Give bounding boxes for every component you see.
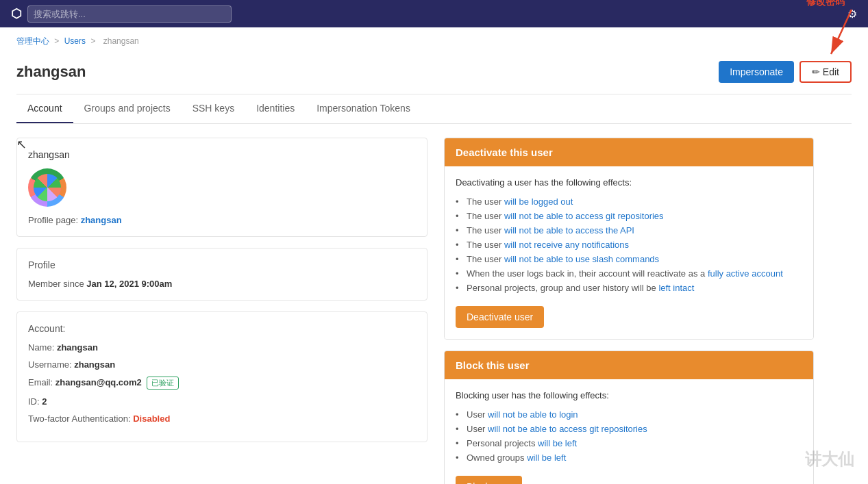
block-user-button[interactable]: Block user — [456, 476, 522, 484]
list-item: Personal projects, group and user histor… — [456, 281, 802, 295]
field-id: ID: 2 — [28, 396, 416, 407]
field-tfa: Two-factor Authentication: Disabled — [28, 413, 416, 424]
list-item: The user will be logged out — [456, 194, 802, 209]
impersonate-button[interactable]: Impersonate — [719, 61, 794, 83]
breadcrumb-current: zhangsan — [103, 36, 139, 46]
breadcrumb-sep1: > — [54, 36, 59, 46]
member-since-label: Member since — [28, 279, 84, 289]
highlight: left intact — [658, 283, 694, 293]
block-panel-header: Block this user — [445, 351, 813, 379]
main-content: zhangsan Profile page: zhangsan Profile … — [16, 124, 852, 484]
highlight: will not be able to access git repositor… — [488, 424, 647, 434]
global-search-input[interactable] — [27, 5, 232, 23]
tfa-label: Two-factor Authentication: — [28, 413, 131, 424]
highlight: will not be able to access git repositor… — [504, 211, 664, 221]
breadcrumb: 管理中心 > Users > zhangsan — [16, 27, 852, 53]
profile-card: Profile Member since Jan 12, 2021 9:00am — [16, 248, 427, 301]
page-wrapper: 管理中心 > Users > zhangsan zhangsan Imperso… — [0, 27, 868, 484]
field-username: Username: zhangsan — [28, 359, 416, 370]
member-since: Member since Jan 12, 2021 9:00am — [28, 279, 416, 289]
id-value: 2 — [42, 396, 47, 407]
top-navigation: ⬡ ⚙ — [0, 0, 868, 27]
highlight: will be logged out — [504, 196, 573, 207]
profile-section-title: Profile — [28, 259, 416, 270]
tfa-value: Disabled — [133, 413, 170, 424]
breadcrumb-users[interactable]: Users — [64, 36, 86, 46]
username-label: Username: — [28, 359, 72, 370]
nav-right: ⚙ — [847, 8, 857, 21]
username-card: zhangsan Profile page: zhangsan — [16, 138, 427, 237]
site-logo: ⬡ — [11, 6, 22, 21]
account-section-title: Account: — [28, 323, 416, 334]
list-item: Personal projects will be left — [456, 436, 802, 450]
deactivate-effects-list: The user will be logged out The user wil… — [456, 194, 802, 295]
deactivate-user-button[interactable]: Deactivate user — [456, 306, 544, 328]
tab-ssh[interactable]: SSH keys — [182, 94, 245, 123]
deactivate-panel: Deactivate this user Deactivating a user… — [444, 138, 814, 340]
account-card: Account: Name: zhangsan Username: zhangs… — [16, 311, 427, 442]
highlight: will be left — [538, 438, 577, 448]
header-actions: Impersonate ✏ Edit 修改密码 — [719, 61, 852, 83]
profile-text-label: Profile page: — [28, 215, 78, 225]
deactivate-panel-body: Deactivating a user has the following ef… — [445, 166, 813, 339]
email-label: Email: — [28, 377, 53, 387]
list-item: The user will not be able to access git … — [456, 209, 802, 223]
tab-account[interactable]: Account — [16, 94, 73, 123]
breadcrumb-admin[interactable]: 管理中心 — [16, 36, 49, 46]
list-item: User will not be able to access git repo… — [456, 422, 802, 436]
field-email: Email: zhangsan@qq.com2 已验证 — [28, 377, 416, 390]
right-column: Deactivate this user Deactivating a user… — [444, 138, 814, 484]
highlight: will not be able to use slash commands — [504, 254, 659, 264]
highlight: will not receive any notifications — [504, 240, 629, 250]
list-item: User will not be able to login — [456, 407, 802, 422]
avatar — [28, 168, 66, 207]
block-effects-list: User will not be able to login User will… — [456, 407, 802, 465]
highlight: will be left — [527, 453, 566, 463]
username-value: zhangsan — [74, 359, 115, 370]
nav-icon-right: ⚙ — [847, 8, 857, 21]
left-column: zhangsan Profile page: zhangsan Profile … — [16, 138, 427, 484]
annotation-text: 修改密码 — [806, 0, 845, 8]
list-item: Owned groups will be left — [456, 450, 802, 465]
list-item: When the user logs back in, their accoun… — [456, 266, 802, 281]
edit-wrapper: ✏ Edit 修改密码 — [799, 61, 852, 83]
email-verified-badge: 已验证 — [147, 377, 179, 390]
block-panel-body: Blocking user has the following effects:… — [445, 379, 813, 484]
deactivate-effects-title: Deactivating a user has the following ef… — [456, 177, 802, 188]
avatar-inner — [34, 174, 61, 201]
highlight: will not be able to login — [488, 409, 578, 420]
list-item: The user will not be able to use slash c… — [456, 252, 802, 266]
block-effects-title: Blocking user has the following effects: — [456, 390, 802, 400]
field-name: Name: zhangsan — [28, 342, 416, 353]
highlight: fully active account — [708, 268, 783, 279]
tab-identities[interactable]: Identities — [245, 94, 306, 123]
name-value: zhangsan — [57, 342, 98, 353]
id-label: ID: — [28, 396, 40, 407]
highlight: will not be able to access the API — [504, 225, 634, 235]
deactivate-panel-header: Deactivate this user — [445, 138, 813, 166]
page-header: zhangsan Impersonate ✏ Edit 修改密码 — [16, 53, 852, 94]
list-item: The user will not receive any notificati… — [456, 238, 802, 252]
tab-tokens[interactable]: Impersonation Tokens — [306, 94, 421, 123]
list-item: The user will not be able to access the … — [456, 223, 802, 238]
tab-groups[interactable]: Groups and projects — [73, 94, 182, 123]
profile-link: Profile page: zhangsan — [28, 215, 416, 225]
block-panel: Block this user Blocking user has the fo… — [444, 351, 814, 484]
user-profile-top — [28, 168, 416, 207]
tabs-nav: Account Groups and projects SSH keys Ide… — [16, 94, 852, 124]
page-title: zhangsan — [16, 63, 86, 81]
breadcrumb-sep2: > — [90, 36, 95, 46]
member-since-date: Jan 12, 2021 9:00am — [86, 279, 172, 289]
edit-button[interactable]: ✏ Edit — [799, 61, 852, 83]
nav-left: ⬡ — [11, 5, 232, 23]
profile-link-anchor[interactable]: zhangsan — [81, 215, 122, 225]
email-value: zhangsan@qq.com2 — [55, 377, 142, 387]
name-label: Name: — [28, 342, 54, 353]
username-display: zhangsan — [28, 149, 416, 160]
